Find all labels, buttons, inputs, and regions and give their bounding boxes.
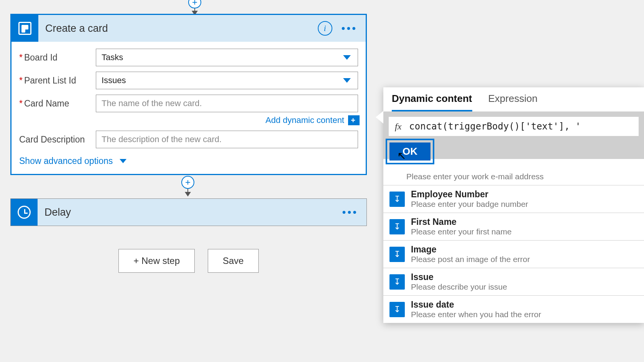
dynamic-item-title: Employee Number xyxy=(411,189,528,200)
expression-area: fx concat(triggerBody()['text'], ' OK ↖ xyxy=(383,111,644,159)
delay-connector-icon xyxy=(11,199,38,226)
ok-highlight: OK xyxy=(386,139,434,164)
dynamic-item-email[interactable]: Please enter your work e-mail address xyxy=(383,168,644,185)
add-dynamic-content-link[interactable]: Add dynamic content xyxy=(266,115,344,125)
add-dynamic-row: Add dynamic content + xyxy=(19,115,358,125)
tab-expression[interactable]: Expression xyxy=(488,93,538,111)
input-icon: ↧ xyxy=(389,302,405,317)
delay-title: Delay xyxy=(44,206,342,218)
dynamic-item-desc: Please enter your work e-mail address xyxy=(406,172,544,181)
dynamic-item-title: Issue xyxy=(411,272,507,282)
popup-caret-icon xyxy=(376,110,384,124)
dynamic-item-image[interactable]: ↧ Image Please post an image of the erro… xyxy=(383,240,644,268)
action-title: Create a card xyxy=(45,23,318,34)
dynamic-item-desc: Please enter your badge number xyxy=(411,200,528,209)
ok-button[interactable]: OK xyxy=(389,143,430,161)
input-icon: ↧ xyxy=(389,192,405,207)
dynamic-content-list: Please enter your work e-mail address ↧ … xyxy=(383,168,644,323)
field-parent-list-id: *Parent List Id Issues xyxy=(19,72,358,89)
card-name-label: *Card Name xyxy=(19,98,96,109)
chevron-down-icon xyxy=(120,159,127,163)
fx-icon: fx xyxy=(395,121,401,132)
dynamic-item-issue[interactable]: ↧ Issue Please describe your issue xyxy=(383,268,644,295)
input-icon: ↧ xyxy=(389,274,405,290)
dynamic-content-popup: Dynamic content Expression fx concat(tri… xyxy=(383,87,644,323)
dynamic-item-issue-date[interactable]: ↧ Issue date Please enter when you had t… xyxy=(383,295,644,323)
show-advanced-options[interactable]: Show advanced options xyxy=(19,156,358,166)
board-id-select[interactable]: Tasks xyxy=(96,49,358,66)
chevron-down-icon xyxy=(343,55,351,60)
parent-list-id-select[interactable]: Issues xyxy=(96,72,358,89)
field-board-id: *Board Id Tasks xyxy=(19,49,358,66)
add-step-icon[interactable]: + xyxy=(181,176,194,189)
popup-tabs: Dynamic content Expression xyxy=(383,87,644,111)
delay-action[interactable]: Delay ••• xyxy=(10,198,367,226)
card-name-input[interactable]: The name of the new card. xyxy=(96,95,358,112)
trello-icon xyxy=(18,22,31,35)
tab-dynamic-content[interactable]: Dynamic content xyxy=(392,93,472,111)
dynamic-item-title: First Name xyxy=(411,217,512,227)
action-body: *Board Id Tasks *Parent List Id Issues *… xyxy=(12,42,366,174)
arrow-down-icon xyxy=(187,189,188,196)
dynamic-item-title: Image xyxy=(411,244,530,255)
flow-connector-mid: + xyxy=(181,176,194,196)
board-id-value: Tasks xyxy=(102,52,123,62)
input-icon: ↧ xyxy=(389,247,405,262)
dynamic-item-first-name[interactable]: ↧ First Name Please enter your first nam… xyxy=(383,213,644,240)
create-card-action: Create a card i ••• *Board Id Tasks *Par… xyxy=(10,14,367,175)
parent-list-id-value: Issues xyxy=(102,75,126,85)
card-description-input[interactable]: The description of the new card. xyxy=(96,131,358,148)
dynamic-item-title: Issue date xyxy=(411,300,541,310)
expression-input[interactable]: fx concat(triggerBody()['text'], ' xyxy=(389,117,639,136)
field-card-name: *Card Name The name of the new card. xyxy=(19,95,358,112)
parent-list-id-label: *Parent List Id xyxy=(19,75,96,86)
flow-buttons: + New step Save xyxy=(10,249,367,273)
trello-connector-icon xyxy=(12,15,38,42)
field-card-description: Card Description The description of the … xyxy=(19,131,358,148)
card-name-placeholder: The name of the new card. xyxy=(102,98,202,108)
card-description-label: Card Description xyxy=(19,134,96,145)
dynamic-item-desc: Please post an image of the error xyxy=(411,255,530,264)
more-menu-icon[interactable]: ••• xyxy=(342,22,357,34)
clock-icon xyxy=(18,206,31,219)
chevron-down-icon xyxy=(343,78,351,83)
flow-connector-top: + xyxy=(187,0,202,15)
new-step-button[interactable]: + New step xyxy=(118,249,195,273)
dynamic-item-desc: Please enter when you had the error xyxy=(411,310,541,319)
expression-text: concat(triggerBody()['text'], ' xyxy=(409,121,581,132)
action-header: Create a card i ••• xyxy=(12,15,366,42)
board-id-label: *Board Id xyxy=(19,52,96,63)
dynamic-item-employee-number[interactable]: ↧ Employee Number Please enter your badg… xyxy=(383,185,644,213)
dynamic-item-desc: Please describe your issue xyxy=(411,282,507,292)
input-icon: ↧ xyxy=(389,219,405,234)
dynamic-item-desc: Please enter your first name xyxy=(411,227,512,236)
info-icon[interactable]: i xyxy=(318,21,332,36)
more-menu-icon[interactable]: ••• xyxy=(342,206,358,218)
card-description-placeholder: The description of the new card. xyxy=(102,134,222,144)
add-dynamic-content-button[interactable]: + xyxy=(348,115,358,125)
save-button[interactable]: Save xyxy=(208,249,259,273)
add-step-icon[interactable]: + xyxy=(188,0,201,8)
